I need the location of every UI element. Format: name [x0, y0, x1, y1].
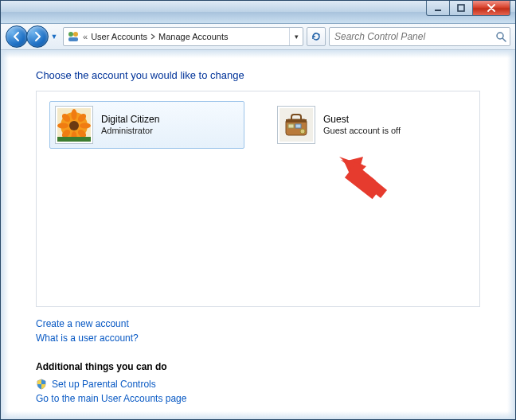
window-controls — [426, 1, 515, 17]
svg-marker-25 — [341, 160, 363, 173]
breadcrumb-separator — [147, 33, 158, 40]
parental-controls-link[interactable]: Set up Parental Controls — [52, 379, 156, 390]
additional-heading: Additional things you can do — [36, 361, 480, 372]
close-button[interactable] — [473, 1, 510, 16]
forward-button[interactable] — [26, 25, 49, 48]
flower-icon — [57, 108, 91, 142]
svg-rect-4 — [68, 37, 78, 41]
account-tile[interactable]: Digital Citizen Administrator — [49, 101, 244, 149]
svg-point-8 — [72, 109, 77, 120]
avatar — [55, 106, 93, 144]
svg-marker-26 — [339, 157, 366, 174]
back-button[interactable] — [6, 25, 28, 48]
svg-point-23 — [300, 129, 305, 134]
svg-point-11 — [80, 123, 91, 129]
minimize-button[interactable] — [426, 1, 450, 16]
account-name: Guest — [323, 114, 401, 126]
control-panel-window: ▼ « User Accounts Manage Accounts ▾ — [0, 0, 516, 420]
svg-point-10 — [57, 123, 68, 129]
account-text: Digital Citizen Administrator — [101, 114, 159, 137]
svg-rect-22 — [295, 124, 301, 128]
svg-point-16 — [69, 121, 79, 130]
suitcase-icon — [280, 108, 313, 142]
search-icon — [495, 31, 506, 42]
main-user-accounts-link[interactable]: Go to the main User Accounts page — [36, 393, 480, 404]
svg-rect-1 — [458, 5, 464, 11]
account-tile[interactable]: Guest Guest account is off — [272, 101, 467, 149]
search-box[interactable] — [329, 27, 510, 46]
what-is-link[interactable]: What is a user account? — [36, 332, 480, 344]
client-area: Choose the account you would like to cha… — [1, 50, 515, 419]
recent-locations-dropdown[interactable]: ▼ — [49, 27, 60, 46]
accounts-row: Digital Citizen Administrator — [49, 101, 467, 149]
accounts-container: Digital Citizen Administrator — [36, 91, 480, 307]
links-block: Create a new account What is a user acco… — [36, 318, 480, 404]
create-account-link[interactable]: Create a new account — [36, 318, 480, 329]
svg-rect-0 — [435, 10, 441, 11]
breadcrumb-overflow[interactable]: « — [81, 32, 91, 41]
account-text: Guest Guest account is off — [323, 114, 401, 137]
maximize-button[interactable] — [450, 1, 473, 16]
title-bar — [1, 1, 515, 24]
account-name: Digital Citizen — [101, 114, 159, 126]
content: Choose the account you would like to cha… — [1, 50, 515, 419]
refresh-button[interactable] — [307, 27, 326, 46]
svg-rect-17 — [57, 137, 91, 142]
svg-point-3 — [73, 32, 78, 37]
svg-rect-20 — [286, 119, 307, 122]
breadcrumb-segment[interactable]: User Accounts — [91, 32, 147, 41]
parental-controls-row: Set up Parental Controls — [36, 379, 480, 390]
account-subtitle: Administrator — [101, 126, 159, 137]
search-input[interactable] — [333, 30, 495, 43]
shield-icon — [36, 379, 47, 390]
nav-arrows-group: ▼ — [6, 25, 60, 48]
user-accounts-icon — [67, 30, 80, 43]
navigation-bar: ▼ « User Accounts Manage Accounts ▾ — [1, 24, 515, 50]
svg-rect-21 — [288, 124, 294, 128]
breadcrumb[interactable]: « User Accounts Manage Accounts ▾ — [63, 27, 303, 46]
page-title: Choose the account you would like to cha… — [36, 69, 480, 81]
svg-rect-27 — [345, 166, 381, 199]
svg-point-2 — [68, 32, 73, 37]
annotation-arrow-icon — [339, 157, 395, 201]
breadcrumb-dropdown[interactable]: ▾ — [289, 28, 303, 45]
avatar — [277, 106, 315, 144]
account-subtitle: Guest account is off — [323, 126, 401, 137]
breadcrumb-segment[interactable]: Manage Accounts — [158, 32, 228, 41]
svg-marker-24 — [344, 157, 376, 192]
